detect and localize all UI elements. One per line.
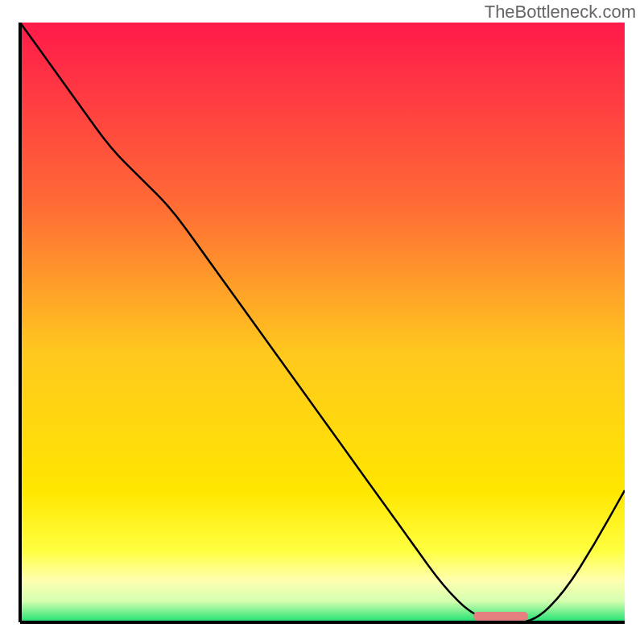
chart-container: TheBottleneck.com bbox=[0, 0, 644, 644]
optimal-marker bbox=[473, 612, 528, 621]
bottleneck-chart bbox=[0, 0, 644, 644]
plot-background bbox=[20, 23, 625, 622]
watermark-text: TheBottleneck.com bbox=[485, 2, 636, 23]
